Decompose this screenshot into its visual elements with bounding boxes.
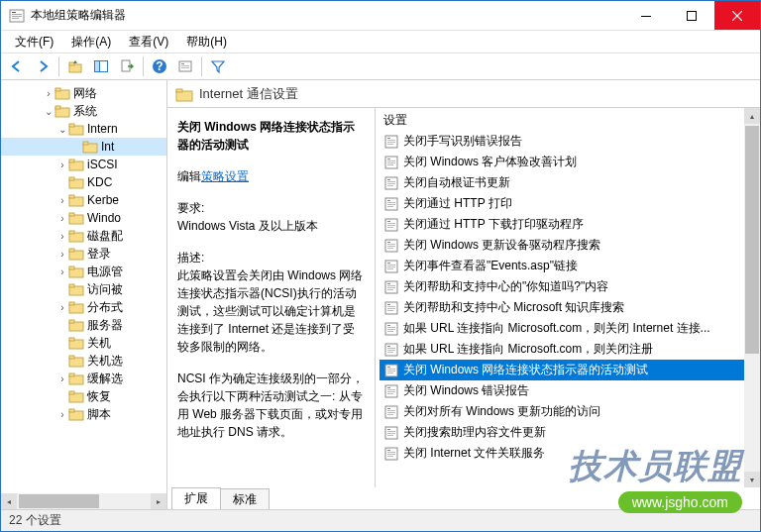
- tree-item[interactable]: ⌄系统: [1, 102, 166, 120]
- tree-item-label: 电源管: [87, 264, 123, 280]
- minimize-button[interactable]: [623, 1, 669, 30]
- tree-item[interactable]: ⌄Intern: [1, 120, 166, 138]
- back-button[interactable]: [5, 54, 29, 78]
- menu-file[interactable]: 文件(F): [7, 32, 61, 53]
- folder-icon: [68, 318, 84, 332]
- menu-action[interactable]: 操作(A): [63, 32, 119, 53]
- settings-vscrollbar[interactable]: ▴ ▾: [744, 108, 760, 487]
- tree-item[interactable]: 关机选: [1, 352, 166, 370]
- expand-icon[interactable]: ›: [56, 302, 68, 313]
- setting-item[interactable]: 如果 URL 连接指向 Microsoft.com，则关闭 Internet 连…: [380, 318, 760, 339]
- folder-icon: [68, 389, 84, 403]
- tree-item-label: 关机: [87, 335, 111, 352]
- tab-standard[interactable]: 标准: [220, 488, 270, 509]
- setting-item[interactable]: 关闭手写识别错误报告: [380, 131, 760, 152]
- setting-item[interactable]: 关闭 Windows 客户体验改善计划: [380, 152, 760, 172]
- tree-hscrollbar[interactable]: ◂ ▸: [1, 493, 166, 509]
- tab-extended[interactable]: 扩展: [171, 487, 221, 509]
- svg-rect-116: [387, 367, 390, 368]
- edit-policy-link[interactable]: 策略设置: [201, 169, 249, 183]
- tree-item[interactable]: ›分布式: [1, 298, 166, 316]
- svg-rect-117: [387, 369, 395, 370]
- folder-icon: [68, 122, 84, 136]
- scroll-up-button[interactable]: ▴: [744, 108, 760, 124]
- tree-item[interactable]: ›磁盘配: [1, 227, 166, 245]
- svg-rect-138: [387, 454, 395, 455]
- setting-item[interactable]: 关闭搜索助理内容文件更新: [380, 422, 760, 443]
- setting-item[interactable]: 关闭帮助和支持中心的"你知道吗?"内容: [380, 276, 760, 297]
- expand-icon[interactable]: ›: [56, 409, 68, 420]
- setting-item[interactable]: 关闭 Internet 文件关联服务: [380, 443, 760, 464]
- svg-rect-97: [387, 285, 395, 286]
- setting-label: 关闭 Windows 更新设备驱动程序搜索: [403, 237, 600, 254]
- export-button[interactable]: [115, 54, 139, 78]
- expand-icon[interactable]: ›: [56, 213, 68, 224]
- tree-item[interactable]: 访问被: [1, 280, 166, 298]
- settings-column-header[interactable]: 设置: [376, 108, 760, 131]
- setting-item[interactable]: 如果 URL 连接指向 Microsoft.com，则关闭注册: [380, 339, 760, 360]
- tree-item[interactable]: ›网络: [1, 84, 166, 102]
- setting-label: 关闭事件查看器"Events.asp"链接: [403, 258, 578, 274]
- setting-item[interactable]: 关闭自动根证书更新: [380, 172, 760, 193]
- tree-item-label: 磁盘配: [87, 228, 123, 245]
- svg-rect-27: [83, 142, 88, 145]
- forward-button[interactable]: [31, 54, 54, 78]
- tree-item[interactable]: 服务器: [1, 316, 166, 334]
- toolbar: ?: [1, 53, 760, 80]
- expand-icon[interactable]: ›: [56, 249, 68, 260]
- help-button[interactable]: ?: [148, 54, 171, 78]
- expand-icon[interactable]: ›: [56, 160, 68, 170]
- maximize-button[interactable]: [669, 1, 714, 30]
- svg-rect-89: [387, 248, 393, 249]
- folder-icon: [54, 104, 70, 118]
- tree-item[interactable]: ›电源管: [1, 263, 166, 280]
- tree-item[interactable]: ›Kerbe: [1, 191, 166, 209]
- setting-item[interactable]: 关闭 Windows 更新设备驱动程序搜索: [380, 235, 760, 256]
- expand-icon[interactable]: ›: [43, 88, 54, 99]
- scroll-right-button[interactable]: ▸: [151, 493, 166, 509]
- tree-item[interactable]: ›脚本: [1, 405, 166, 423]
- svg-rect-25: [69, 124, 74, 127]
- setting-item[interactable]: 关闭通过 HTTP 下载打印驱动程序: [380, 214, 760, 235]
- setting-label: 如果 URL 连接指向 Microsoft.com，则关闭注册: [403, 341, 653, 358]
- tree-item[interactable]: ›iSCSI: [1, 156, 166, 173]
- policy-icon: [383, 425, 399, 441]
- svg-rect-49: [69, 338, 74, 341]
- app-icon: [9, 8, 25, 24]
- policy-icon: [383, 321, 399, 337]
- tree-item[interactable]: 恢复: [1, 387, 166, 405]
- setting-item[interactable]: 关闭对所有 Windows 更新功能的访问: [380, 401, 760, 422]
- svg-rect-139: [387, 456, 393, 457]
- expand-icon[interactable]: ›: [56, 266, 68, 277]
- setting-item[interactable]: 关闭帮助和支持中心 Microsoft 知识库搜索: [380, 297, 760, 318]
- expand-icon[interactable]: ›: [56, 231, 68, 242]
- up-button[interactable]: [63, 54, 87, 78]
- svg-rect-94: [387, 268, 393, 269]
- show-hide-tree-button[interactable]: [89, 54, 113, 78]
- path-label: Internet 通信设置: [199, 85, 298, 103]
- scroll-down-button[interactable]: ▾: [744, 472, 760, 487]
- tree-item[interactable]: ›缓解选: [1, 370, 166, 387]
- setting-label: 关闭帮助和支持中心 Microsoft 知识库搜索: [403, 299, 624, 316]
- tree-item[interactable]: KDC: [1, 173, 166, 191]
- properties-button[interactable]: [173, 54, 197, 78]
- filter-button[interactable]: [206, 54, 230, 78]
- menu-view[interactable]: 查看(V): [121, 32, 176, 53]
- collapse-icon[interactable]: ⌄: [56, 124, 68, 135]
- expand-icon[interactable]: ›: [56, 373, 68, 384]
- policy-icon: [383, 259, 399, 274]
- tree-item-label: iSCSI: [87, 158, 118, 171]
- collapse-icon[interactable]: ⌄: [43, 106, 54, 117]
- menu-help[interactable]: 帮助(H): [178, 32, 235, 53]
- tree-item[interactable]: 关机: [1, 334, 166, 352]
- setting-item[interactable]: 关闭 Windows 错误报告: [380, 380, 760, 401]
- setting-item[interactable]: 关闭 Windows 网络连接状态指示器的活动测试: [380, 360, 760, 380]
- scroll-left-button[interactable]: ◂: [1, 493, 17, 509]
- expand-icon[interactable]: ›: [56, 195, 68, 206]
- tree-item[interactable]: Int: [1, 138, 166, 156]
- setting-item[interactable]: 关闭事件查看器"Events.asp"链接: [380, 256, 760, 276]
- setting-item[interactable]: 关闭通过 HTTP 打印: [380, 193, 760, 214]
- close-button[interactable]: [714, 1, 760, 30]
- tree-item[interactable]: ›登录: [1, 245, 166, 263]
- tree-item[interactable]: ›Windo: [1, 209, 166, 227]
